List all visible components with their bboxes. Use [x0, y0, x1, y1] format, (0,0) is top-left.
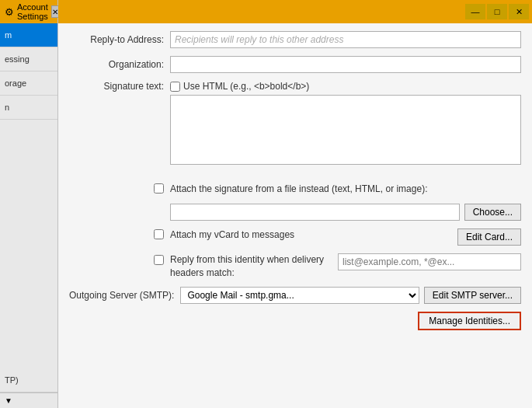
reply-from-row: Reply from this identity when delivery h… [69, 253, 521, 280]
reply-from-checkbox-wrapper [69, 253, 170, 265]
sidebar-item-tp[interactable]: TP) [0, 368, 57, 392]
attach-signature-label: Attach the signature from a file instead… [170, 183, 521, 196]
dropdown-arrow-icon: ▼ [5, 396, 12, 405]
file-chooser-row: Choose... [69, 204, 521, 221]
vcard-row: Attach my vCard to messages Edit Card... [69, 228, 521, 246]
manage-identities-row: Manage Identities... [69, 312, 521, 330]
sidebar-item-essing[interactable]: essing [0, 47, 57, 71]
file-path-input[interactable] [170, 204, 460, 221]
maximize-button[interactable]: □ [487, 4, 507, 19]
vcard-checkbox-wrapper [69, 228, 170, 239]
sidebar-title: Account Settings [17, 2, 48, 21]
main-titlebar: — □ ✕ [58, 0, 532, 23]
attach-sig-checkbox-wrapper [69, 183, 170, 194]
organization-row: Organization: [69, 56, 521, 73]
sidebar-dropdown[interactable]: ▼ [0, 392, 57, 408]
minimize-button[interactable]: — [465, 4, 485, 19]
manage-identities-button[interactable]: Manage Identities... [418, 312, 521, 330]
reply-to-input[interactable] [170, 31, 521, 48]
reply-from-label: Reply from this identity when delivery h… [170, 253, 333, 280]
organization-input[interactable] [170, 56, 521, 73]
reply-to-row: Reply-to Address: [69, 31, 521, 48]
reply-from-checkbox[interactable] [154, 255, 164, 265]
vcard-label: Attach my vCard to messages [170, 228, 453, 242]
use-html-label: Use HTML (e.g., <b>bold</b>) [183, 81, 309, 92]
signature-block: Signature text: Use HTML (e.g., <b>bold<… [69, 81, 521, 175]
smtp-row: Outgoing Server (SMTP): Google Mail - sm… [69, 287, 521, 304]
edit-smtp-button[interactable]: Edit SMTP server... [424, 287, 521, 304]
attach-signature-checkbox[interactable] [154, 183, 164, 194]
sidebar-item-account[interactable]: m [0, 23, 57, 47]
window-close-button[interactable]: ✕ [509, 4, 529, 19]
signature-textarea[interactable] [170, 95, 521, 165]
main-area: — □ ✕ Reply-to Address: Organization: [58, 0, 532, 408]
attach-vcard-checkbox[interactable] [154, 229, 164, 239]
attach-signature-row: Attach the signature from a file instead… [69, 183, 521, 196]
signature-text-label: Signature text: [69, 81, 170, 92]
use-html-checkbox[interactable] [170, 82, 180, 92]
reply-from-input[interactable] [338, 253, 521, 270]
sidebar-item-n[interactable]: n [0, 96, 57, 120]
sidebar: ⚙ Account Settings ✕ m essing orage n TP… [0, 0, 58, 408]
edit-card-button[interactable]: Edit Card... [457, 228, 521, 246]
reply-to-label: Reply-to Address: [69, 34, 170, 45]
form-content: Reply-to Address: Organization: Signatur… [58, 23, 532, 408]
account-settings-icon: ⚙ [5, 6, 14, 17]
sidebar-item-storage[interactable]: orage [0, 71, 57, 96]
smtp-label: Outgoing Server (SMTP): [69, 290, 180, 301]
choose-button[interactable]: Choose... [464, 204, 521, 221]
sidebar-titlebar: ⚙ Account Settings ✕ [0, 0, 57, 23]
organization-label: Organization: [69, 59, 170, 70]
signature-label-row: Signature text: Use HTML (e.g., <b>bold<… [69, 81, 521, 92]
smtp-select[interactable]: Google Mail - smtp.gma... [180, 287, 419, 304]
